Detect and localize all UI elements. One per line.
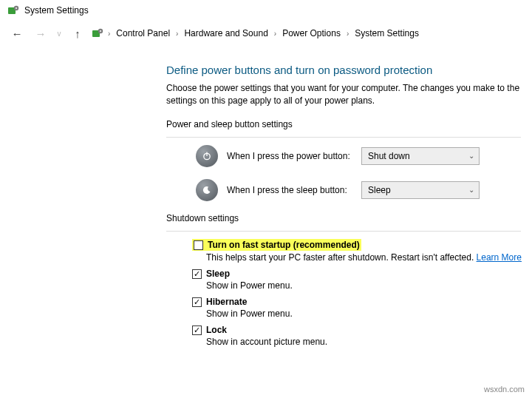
- page-heading: Define power buttons and turn on passwor…: [166, 64, 532, 76]
- content-area: Define power buttons and turn on passwor…: [0, 49, 532, 347]
- learn-more-link[interactable]: Learn More: [477, 252, 522, 263]
- divider: [166, 231, 521, 232]
- sleep-button-value: Sleep: [368, 185, 391, 195]
- power-button-label: When I press the power button:: [227, 151, 352, 161]
- breadcrumb-control-panel[interactable]: Control Panel: [115, 26, 171, 41]
- svg-point-5: [100, 30, 101, 32]
- fast-startup-highlight: Turn on fast startup (recommended): [192, 239, 361, 251]
- fast-startup-checkbox[interactable]: [194, 240, 203, 250]
- page-description: Choose the power settings that you want …: [166, 82, 532, 107]
- chevron-right-icon[interactable]: ›: [176, 30, 178, 38]
- fast-startup-label: Turn on fast startup (recommended): [208, 240, 360, 250]
- sleep-icon: [196, 179, 218, 201]
- power-sleep-section-title: Power and sleep button settings: [166, 119, 532, 129]
- recent-dropdown-icon[interactable]: v: [55, 24, 64, 43]
- window-title: System Settings: [24, 5, 89, 16]
- shutdown-settings: Turn on fast startup (recommended) This …: [192, 239, 532, 347]
- sleep-button-select[interactable]: Sleep ⌄: [361, 181, 480, 199]
- hibernate-option-label: Hibernate: [206, 297, 247, 307]
- power-icon: [196, 145, 218, 167]
- lock-option-desc: Show in account picture menu.: [206, 337, 532, 347]
- sleep-option-desc: Show in Power menu.: [206, 280, 532, 291]
- sleep-checkbox[interactable]: [192, 269, 202, 279]
- sleep-button-label: When I press the sleep button:: [227, 185, 352, 195]
- shutdown-section-title: Shutdown settings: [166, 213, 532, 223]
- back-button[interactable]: ←: [7, 24, 27, 43]
- chevron-down-icon: ⌄: [468, 152, 474, 160]
- chevron-right-icon[interactable]: ›: [108, 30, 110, 38]
- hibernate-checkbox[interactable]: [192, 297, 202, 307]
- svg-point-2: [16, 7, 17, 9]
- titlebar: System Settings: [0, 0, 532, 21]
- divider: [166, 137, 521, 138]
- chevron-right-icon[interactable]: ›: [274, 30, 276, 38]
- lock-option-label: Lock: [206, 325, 227, 335]
- up-button[interactable]: ↑: [68, 24, 87, 43]
- lock-checkbox[interactable]: [192, 326, 202, 335]
- nav-toolbar: ← → v ↑ › Control Panel › Hardware and S…: [0, 21, 532, 49]
- chevron-right-icon[interactable]: ›: [347, 30, 349, 38]
- breadcrumb-system-settings[interactable]: System Settings: [353, 26, 420, 41]
- breadcrumb-hardware-sound[interactable]: Hardware and Sound: [183, 26, 269, 41]
- breadcrumb-power-options[interactable]: Power Options: [281, 26, 342, 41]
- fast-startup-desc: This helps start your PC faster after sh…: [206, 252, 532, 263]
- power-button-select[interactable]: Shut down ⌄: [361, 147, 480, 165]
- power-button-value: Shut down: [368, 151, 410, 161]
- system-settings-icon: [7, 4, 19, 16]
- breadcrumb[interactable]: › Control Panel › Hardware and Sound › P…: [92, 26, 420, 41]
- hibernate-option-desc: Show in Power menu.: [206, 308, 532, 319]
- forward-button: →: [31, 24, 50, 43]
- sleep-option-label: Sleep: [206, 269, 230, 279]
- sleep-button-row: When I press the sleep button: Sleep ⌄: [196, 179, 532, 201]
- chevron-down-icon: ⌄: [468, 186, 474, 194]
- breadcrumb-icon: [92, 27, 103, 39]
- watermark: wsxdn.com: [484, 385, 525, 394]
- power-button-row: When I press the power button: Shut down…: [196, 145, 532, 167]
